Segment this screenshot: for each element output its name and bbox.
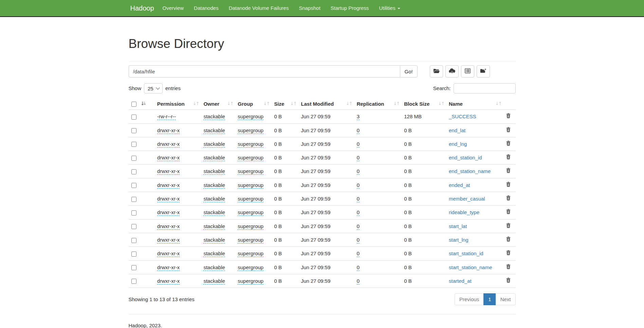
owner-value[interactable]: stackable [203,251,225,257]
trash-icon[interactable] [506,250,511,257]
group-value[interactable]: supergroup [238,127,263,134]
owner-value[interactable]: stackable [203,223,225,230]
row-select-checkbox[interactable] [131,210,136,215]
replication-value[interactable]: 0 [357,127,360,134]
trash-icon[interactable] [506,113,511,120]
sort-both-icon[interactable] [495,101,501,107]
sort-both-icon[interactable] [393,101,399,107]
replication-value[interactable]: 0 [357,223,360,230]
trash-icon[interactable] [506,182,511,189]
permission-value[interactable]: drwxr-xr-x [157,182,180,189]
sort-both-icon[interactable] [438,101,444,107]
group-value[interactable]: supergroup [238,251,263,257]
group-value[interactable]: supergroup [238,155,263,161]
permission-value[interactable]: drwxr-xr-x [157,264,180,271]
row-select-checkbox[interactable] [131,156,136,161]
file-name-link[interactable]: _SUCCESS [449,114,476,119]
row-select-checkbox[interactable] [131,142,136,147]
trash-icon[interactable] [506,154,511,161]
replication-value[interactable]: 0 [357,278,360,284]
file-name-link[interactable]: started_at [449,278,472,284]
replication-value[interactable]: 0 [357,237,360,243]
owner-value[interactable]: stackable [203,182,225,189]
row-select-checkbox[interactable] [131,115,136,120]
group-value[interactable]: supergroup [238,114,263,120]
list-alt-button[interactable] [461,65,474,77]
file-name-link[interactable]: end_station_name [449,168,491,174]
permission-value[interactable]: drwxr-xr-x [157,168,180,175]
select-all-checkbox[interactable] [131,102,136,107]
header-block-size[interactable]: Block Size [401,98,446,110]
replication-value[interactable]: 0 [357,155,360,161]
file-name-link[interactable]: start_lng [449,237,468,243]
header-group[interactable]: Group [235,98,271,110]
upload-files-button[interactable] [445,65,459,77]
replication-value[interactable]: 0 [357,168,360,175]
row-select-checkbox[interactable] [131,252,136,257]
permission-value[interactable]: drwxr-xr-x [157,278,180,284]
nav-snapshot[interactable]: Snapshot [294,0,325,16]
row-select-checkbox[interactable] [131,128,136,133]
trash-icon[interactable] [506,195,511,202]
group-value[interactable]: supergroup [238,168,263,175]
nav-datanode-volume-failures[interactable]: Datanode Volume Failures [224,0,294,16]
owner-value[interactable]: stackable [203,209,225,216]
trash-icon[interactable] [506,140,511,148]
row-select-checkbox[interactable] [131,183,136,188]
permission-value[interactable]: drwxr-xr-x [157,223,180,230]
folder-move-button[interactable] [477,65,490,77]
row-select-checkbox[interactable] [131,279,136,284]
replication-value[interactable]: 0 [357,182,360,189]
row-select-checkbox[interactable] [131,169,136,174]
pagination-next[interactable]: Next [496,293,516,305]
row-select-checkbox[interactable] [131,265,136,270]
trash-icon[interactable] [506,236,511,243]
sort-ascending-icon[interactable] [141,100,146,107]
trash-icon[interactable] [506,264,511,271]
owner-value[interactable]: stackable [203,196,225,202]
replication-value[interactable]: 0 [357,251,360,257]
trash-icon[interactable] [506,168,511,175]
owner-value[interactable]: stackable [203,155,225,161]
permission-value[interactable]: drwxr-xr-x [157,127,180,134]
page-length-select[interactable]: 25 [144,83,163,93]
file-name-link[interactable]: rideable_type [449,209,479,215]
header-size[interactable]: Size [271,98,298,110]
permission-value[interactable]: drwxr-xr-x [157,251,180,257]
replication-value[interactable]: 0 [357,141,360,148]
header-owner[interactable]: Owner [201,98,235,110]
group-value[interactable]: supergroup [238,209,263,216]
permission-value[interactable]: drwxr-xr-x [157,155,180,161]
replication-value[interactable]: 0 [357,209,360,216]
group-value[interactable]: supergroup [238,237,263,243]
group-value[interactable]: supergroup [238,278,263,284]
owner-value[interactable]: stackable [203,114,225,120]
file-name-link[interactable]: ended_at [449,182,470,188]
create-directory-button[interactable] [430,65,443,77]
search-input[interactable] [454,83,516,93]
replication-value[interactable]: 0 [357,196,360,202]
sort-both-icon[interactable] [263,101,270,107]
permission-value[interactable]: -rw-r--r-- [157,114,176,120]
replication-value[interactable]: 0 [357,264,360,271]
header-permission[interactable]: Permission [154,98,201,110]
pagination-previous[interactable]: Previous [455,293,484,305]
nav-utilities-dropdown[interactable]: Utilities [374,0,405,16]
permission-value[interactable]: drwxr-xr-x [157,209,180,216]
header-replication[interactable]: Replication [354,98,402,110]
trash-icon[interactable] [506,223,511,230]
permission-value[interactable]: drwxr-xr-x [157,141,180,148]
group-value[interactable]: supergroup [238,223,263,230]
permission-value[interactable]: drwxr-xr-x [157,237,180,243]
file-name-link[interactable]: start_station_name [449,264,492,270]
pagination-page-1[interactable]: 1 [483,293,496,305]
group-value[interactable]: supergroup [238,182,263,189]
go-button[interactable]: Go! [400,65,418,77]
file-name-link[interactable]: start_lat [449,223,467,229]
permission-value[interactable]: drwxr-xr-x [157,196,180,202]
row-select-checkbox[interactable] [131,224,136,229]
file-name-link[interactable]: end_lat [449,127,465,133]
trash-icon[interactable] [506,209,511,216]
owner-value[interactable]: stackable [203,168,225,175]
trash-icon[interactable] [506,127,511,134]
